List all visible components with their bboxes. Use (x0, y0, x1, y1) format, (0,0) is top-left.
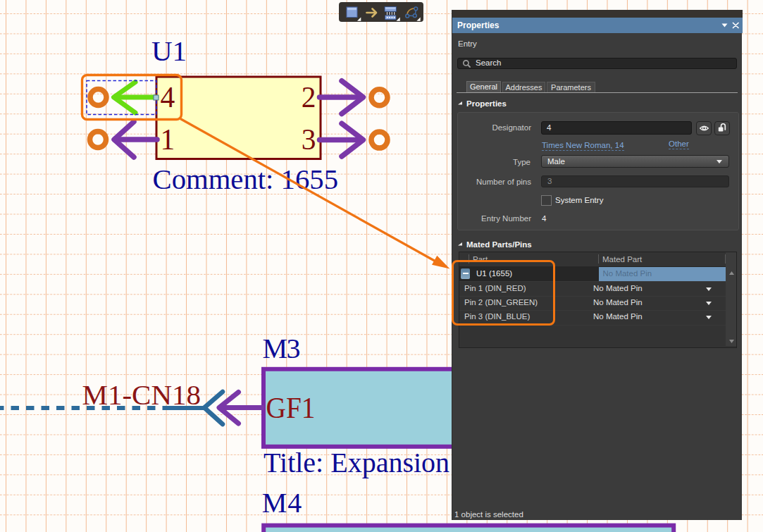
svg-text:3: 3 (302, 123, 316, 156)
svg-text:GF1: GF1 (266, 391, 316, 424)
svg-text:4: 4 (161, 81, 175, 113)
svg-text:M4: M4 (262, 487, 302, 519)
svg-text:M3: M3 (263, 333, 301, 364)
svg-text:U1: U1 (151, 35, 187, 67)
svg-text:M1-CN18: M1-CN18 (82, 379, 201, 411)
svg-text:1: 1 (161, 123, 175, 156)
svg-text:2: 2 (302, 81, 316, 113)
